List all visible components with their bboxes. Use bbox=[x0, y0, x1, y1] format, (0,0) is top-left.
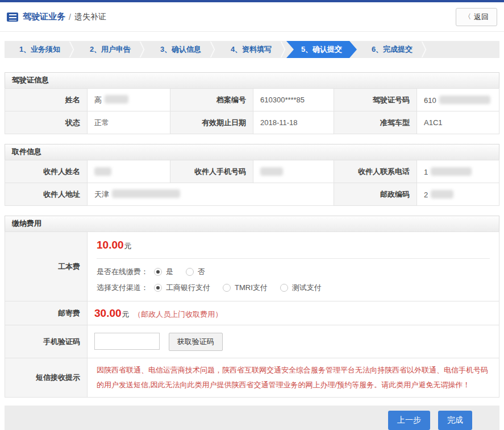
recipient-mobile-value bbox=[253, 160, 334, 183]
divider bbox=[97, 258, 490, 259]
recipient-address-label: 收件人地址 bbox=[5, 183, 88, 206]
pay-channel-question: 选择支付渠道： bbox=[97, 283, 148, 293]
section-title: 驾驶证信息 bbox=[5, 72, 499, 88]
table-row: 收件人地址 天津 邮政编码 2 bbox=[5, 183, 499, 206]
pay-channel-row: 选择支付渠道： 工商银行支付 TMRI支付 测试支付 bbox=[97, 283, 490, 293]
redacted-value bbox=[260, 167, 283, 176]
channel-tmri-label: TMRI支付 bbox=[235, 283, 268, 293]
zip-code-value: 2 bbox=[417, 183, 499, 206]
expiry-label: 有效期止日期 bbox=[170, 111, 253, 134]
back-button-label: 返回 bbox=[474, 12, 489, 22]
table-row: 工本费 10.00元 是否在线缴费： 是 否 选择支付渠道： bbox=[5, 232, 499, 301]
step-2-declare: 2、用户申告 bbox=[75, 41, 145, 58]
sms-notice-text: 因陕西省联通、电信运营商技术问题，陕西省互联网交通安全综合服务管理平台无法向持陕… bbox=[97, 363, 490, 392]
channel-test-label: 测试支付 bbox=[292, 283, 322, 293]
table-row: 状态 正常 有效期止日期 2018-11-18 准驾车型 A1C1 bbox=[5, 111, 499, 134]
page-header: 驾驶证业务 / 遗失补证 〈 返回 bbox=[0, 2, 504, 32]
table-row: 邮寄费 30.00元 （邮政人员上门收取费用） bbox=[5, 301, 499, 325]
name-value: 高 bbox=[88, 89, 170, 111]
table-row: 短信接收提示 因陕西省联通、电信运营商技术问题，陕西省互联网交通安全综合服务管理… bbox=[5, 358, 499, 398]
work-fee-cell: 10.00元 是否在线缴费： 是 否 选择支付渠道： 工商银行支付 bbox=[88, 232, 499, 301]
footer-action-bar: 上一步 完成 bbox=[5, 406, 499, 430]
channel-icbc-label: 工商银行支付 bbox=[166, 283, 210, 293]
recipient-address-value: 天津 bbox=[88, 183, 334, 206]
table-row: 手机验证码 获取验证码 bbox=[5, 325, 499, 358]
previous-step-button[interactable]: 上一步 bbox=[388, 411, 430, 430]
step-1-notice: 1、业务须知 bbox=[5, 41, 75, 58]
vehicle-class-label: 准驾车型 bbox=[334, 111, 417, 134]
status-value: 正常 bbox=[88, 111, 170, 134]
get-captcha-button[interactable]: 获取验证码 bbox=[169, 333, 223, 351]
recipient-name-value bbox=[88, 160, 170, 183]
captcha-label: 手机验证码 bbox=[5, 325, 88, 358]
zip-code-label: 邮政编码 bbox=[334, 183, 417, 206]
vehicle-class-value: A1C1 bbox=[417, 111, 499, 134]
recipient-phone-label: 收件人联系电话 bbox=[334, 160, 417, 183]
captcha-cell: 获取验证码 bbox=[88, 325, 499, 358]
status-label: 状态 bbox=[5, 111, 88, 134]
license-info-table: 姓名 高 档案编号 610300****85 驾驶证号码 610 状态 正常 有… bbox=[5, 88, 499, 134]
channel-icbc-radio[interactable] bbox=[154, 284, 162, 292]
back-button[interactable]: 〈 返回 bbox=[456, 8, 497, 26]
online-pay-no-label: 否 bbox=[198, 267, 205, 277]
list-icon bbox=[7, 13, 18, 22]
breadcrumb-current: 遗失补证 bbox=[74, 12, 106, 22]
file-number-value: 610300****85 bbox=[253, 89, 334, 111]
online-pay-no-radio[interactable] bbox=[186, 268, 194, 276]
step-3-confirm-info: 3、确认信息 bbox=[145, 41, 216, 58]
section-fees: 缴纳费用 工本费 10.00元 是否在线缴费： 是 否 bbox=[5, 216, 499, 398]
step-4-fill-data: 4、资料填写 bbox=[216, 41, 286, 58]
work-fee-amount: 10.00元 bbox=[97, 239, 490, 251]
table-row: 姓名 高 档案编号 610300****85 驾驶证号码 610 bbox=[5, 89, 499, 111]
redacted-value bbox=[431, 167, 472, 176]
redacted-value bbox=[94, 167, 111, 176]
sms-notice-label: 短信接收提示 bbox=[5, 358, 88, 398]
step-progress-bar: 1、业务须知 2、用户申告 3、确认信息 4、资料填写 5、确认提交 6、完成提… bbox=[5, 41, 499, 58]
online-pay-yes-radio[interactable] bbox=[154, 268, 162, 276]
recipient-name-label: 收件人姓名 bbox=[5, 160, 88, 183]
work-fee-label: 工本费 bbox=[5, 232, 88, 301]
step-5-confirm-submit: 5、确认提交 bbox=[286, 41, 357, 58]
file-number-label: 档案编号 bbox=[170, 89, 253, 111]
post-fee-amount: 30.00元 bbox=[94, 310, 131, 319]
fees-table: 工本费 10.00元 是否在线缴费： 是 否 选择支付渠道： bbox=[5, 231, 499, 398]
post-fee-note: （邮政人员上门收取费用） bbox=[134, 310, 222, 319]
post-fee-label: 邮寄费 bbox=[5, 301, 88, 325]
pickup-info-table: 收件人姓名 收件人手机号码 收件人联系电话 1 收件人地址 天津 邮政编码 2 bbox=[5, 160, 499, 206]
recipient-phone-value: 1 bbox=[417, 160, 499, 183]
online-pay-row: 是否在线缴费： 是 否 bbox=[97, 267, 490, 277]
license-number-value: 610 bbox=[417, 89, 499, 111]
post-fee-cell: 30.00元 （邮政人员上门收取费用） bbox=[88, 301, 499, 325]
sms-notice-cell: 因陕西省联通、电信运营商技术问题，陕西省互联网交通安全综合服务管理平台无法向持陕… bbox=[88, 358, 499, 398]
section-title: 缴纳费用 bbox=[5, 216, 499, 231]
finish-button[interactable]: 完成 bbox=[438, 411, 472, 430]
redacted-value bbox=[439, 96, 490, 104]
channel-tmri-radio[interactable] bbox=[223, 284, 231, 292]
redacted-value bbox=[431, 190, 453, 199]
license-number-label: 驾驶证号码 bbox=[334, 89, 417, 111]
online-pay-yes-label: 是 bbox=[166, 267, 173, 277]
section-title: 取件信息 bbox=[5, 144, 499, 160]
table-row: 收件人姓名 收件人手机号码 收件人联系电话 1 bbox=[5, 160, 499, 183]
page-title: 驾驶证业务 bbox=[23, 11, 65, 22]
redacted-value bbox=[105, 95, 128, 104]
online-pay-question: 是否在线缴费： bbox=[97, 267, 148, 277]
section-pickup-info: 取件信息 收件人姓名 收件人手机号码 收件人联系电话 1 收件人地址 天津 邮政… bbox=[5, 144, 499, 206]
chevron-left-icon: 〈 bbox=[464, 12, 471, 22]
name-label: 姓名 bbox=[5, 89, 88, 111]
step-6-done: 6、完成提交 bbox=[357, 41, 427, 58]
expiry-value: 2018-11-18 bbox=[253, 111, 334, 134]
section-license-info: 驾驶证信息 姓名 高 档案编号 610300****85 驾驶证号码 610 状… bbox=[5, 72, 499, 134]
captcha-input[interactable] bbox=[94, 333, 160, 350]
channel-test-radio[interactable] bbox=[280, 284, 288, 292]
breadcrumb-separator: / bbox=[69, 13, 71, 22]
redacted-value bbox=[112, 189, 180, 198]
recipient-mobile-label: 收件人手机号码 bbox=[170, 160, 253, 183]
